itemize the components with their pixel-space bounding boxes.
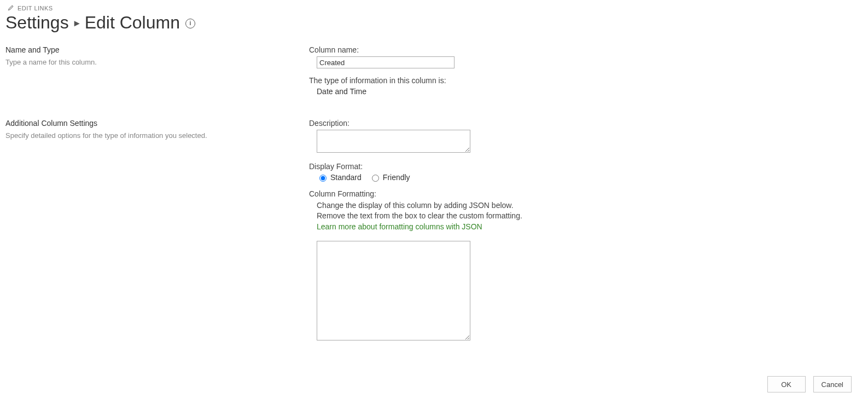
breadcrumb-current: Edit Column [85, 13, 180, 32]
breadcrumb-parent[interactable]: Settings [5, 13, 69, 32]
column-name-label: Column name: [309, 45, 703, 54]
edit-links-label: EDIT LINKS [18, 5, 53, 11]
learn-more-link[interactable]: Learn more about formatting columns with… [317, 222, 482, 231]
column-formatting-label: Column Formatting: [309, 189, 703, 198]
column-formatting-json-textarea[interactable] [317, 241, 470, 340]
radio-standard-input[interactable] [319, 175, 327, 182]
column-formatting-help2: Remove the text from the box to clear th… [317, 211, 703, 221]
section-name-and-type: Name and Type Type a name for this colum… [5, 45, 863, 103]
section2-title: Additional Column Settings [5, 119, 293, 128]
edit-links-row[interactable]: EDIT LINKS [8, 4, 863, 12]
description-textarea[interactable] [317, 130, 470, 153]
column-formatting-help1: Change the display of this column by add… [317, 200, 703, 211]
column-type-value: Date and Time [309, 87, 703, 96]
breadcrumb-separator-icon: ▸ [74, 17, 79, 29]
section1-blurb: Type a name for this column. [5, 57, 293, 67]
ok-button[interactable]: OK [767, 376, 806, 392]
display-format-label: Display Format: [309, 162, 703, 171]
section2-blurb: Specify detailed options for the type of… [5, 131, 293, 141]
description-label: Description: [309, 119, 703, 128]
column-name-input[interactable] [317, 56, 455, 68]
pencil-icon [8, 4, 14, 12]
section1-title: Name and Type [5, 45, 293, 54]
radio-standard-label: Standard [330, 173, 362, 182]
cancel-button[interactable]: Cancel [813, 376, 852, 392]
footer-button-row: OK Cancel [767, 376, 852, 392]
radio-standard[interactable]: Standard [317, 173, 362, 182]
radio-friendly-input[interactable] [372, 175, 379, 182]
radio-friendly-label: Friendly [383, 173, 410, 182]
column-type-label: The type of information in this column i… [309, 76, 703, 85]
breadcrumb: Settings ▸ Edit Column i [5, 13, 863, 32]
radio-friendly[interactable]: Friendly [369, 173, 410, 182]
section-additional-settings: Additional Column Settings Specify detai… [5, 119, 863, 350]
info-icon[interactable]: i [185, 19, 195, 28]
